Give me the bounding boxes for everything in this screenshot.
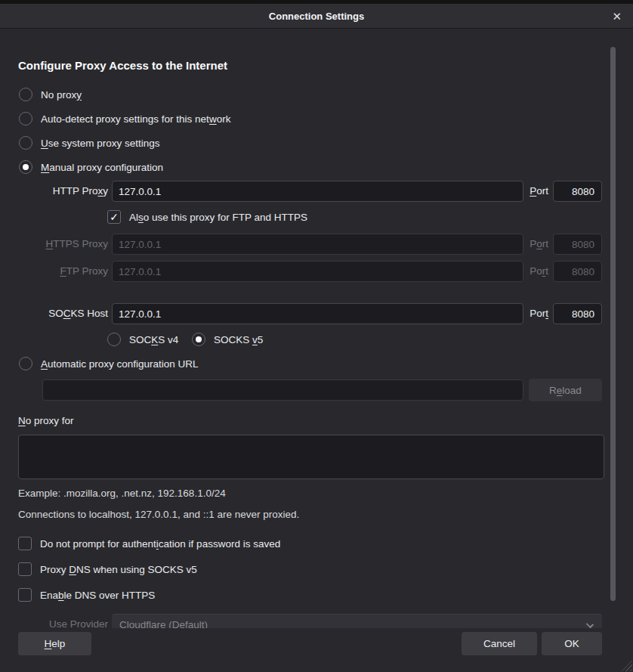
socks-port-label: Port	[499, 303, 548, 324]
also-use-proxy-checkbox[interactable]: ✓	[107, 210, 121, 224]
no-proxy-for-textarea[interactable]	[18, 435, 604, 479]
no-proxy-for-label: No proxy for	[18, 415, 74, 426]
page-title: Configure Proxy Access to the Internet	[18, 59, 227, 72]
ftp-proxy-input[interactable]	[112, 261, 523, 282]
no-proxy-example-text: Example: .mozilla.org, .net.nz, 192.168.…	[18, 488, 226, 499]
auto-detect-label: Auto-detect proxy settings for this netw…	[41, 113, 230, 125]
help-button[interactable]: Help	[18, 632, 91, 655]
chevron-down-icon	[586, 621, 594, 628]
http-port-label: Port	[499, 181, 548, 202]
provider-select[interactable]: Cloudflare (Default)	[112, 614, 602, 628]
no-proxy-radio[interactable]	[19, 88, 32, 101]
checkbox-row-no-prompt-auth[interactable]: ✓ Do not prompt for authentication if pa…	[18, 537, 280, 550]
window-title: Connection Settings	[269, 11, 364, 22]
auto-url-label: Automatic proxy configuration URL	[41, 358, 199, 370]
https-port-label: Port	[499, 234, 548, 255]
manual-proxy-radio[interactable]	[19, 160, 32, 174]
https-proxy-input[interactable]	[112, 234, 523, 255]
scrollbar-thumb[interactable]	[610, 47, 616, 601]
check-icon: ✓	[110, 211, 119, 223]
system-proxy-radio[interactable]	[19, 136, 32, 150]
ok-button[interactable]: OK	[542, 632, 602, 655]
radio-row-auto-detect[interactable]: Auto-detect proxy settings for this netw…	[19, 112, 230, 125]
http-port-input[interactable]	[553, 181, 602, 202]
socks-port-input[interactable]	[553, 303, 602, 324]
doh-checkbox[interactable]: ✓	[18, 588, 32, 602]
socks-v4-label: SOCKS v4	[129, 334, 178, 345]
radio-row-no-proxy[interactable]: No proxy	[19, 88, 82, 101]
system-proxy-label: Use system proxy settings	[41, 138, 160, 149]
http-proxy-label: HTTP Proxy	[18, 181, 108, 202]
https-proxy-label: HTTPS Proxy	[18, 234, 108, 255]
socks-host-input[interactable]	[112, 303, 523, 324]
socks-v5-radio[interactable]	[192, 333, 205, 346]
ftp-port-label: Port	[499, 261, 548, 282]
https-port-input[interactable]	[553, 234, 602, 255]
no-proxy-note-text: Connections to localhost, 127.0.0.1, and…	[18, 509, 299, 520]
cancel-button[interactable]: Cancel	[462, 632, 537, 655]
ftp-port-input[interactable]	[553, 261, 602, 282]
auto-url-input[interactable]	[42, 379, 523, 401]
no-prompt-auth-checkbox[interactable]: ✓	[18, 537, 32, 550]
proxy-dns-label: Proxy DNS when using SOCKS v5	[40, 564, 197, 575]
resize-grip[interactable]	[619, 658, 632, 671]
also-use-proxy-row[interactable]: ✓ Also use this proxy for FTP and HTTPS	[107, 210, 307, 224]
proxy-dns-checkbox[interactable]: ✓	[18, 562, 32, 576]
checkbox-row-proxy-dns[interactable]: ✓ Proxy DNS when using SOCKS v5	[18, 562, 197, 576]
http-proxy-input[interactable]	[112, 181, 523, 202]
reload-button[interactable]: Reload	[529, 379, 602, 401]
checkbox-row-doh[interactable]: ✓ Enable DNS over HTTPS	[18, 588, 155, 602]
socks-v5-label: SOCKS v5	[214, 334, 263, 345]
socks-v4-radio[interactable]	[107, 333, 121, 346]
ftp-proxy-label: FTP Proxy	[18, 261, 108, 282]
radio-row-system-proxy[interactable]: Use system proxy settings	[19, 136, 160, 150]
dialog-content: Configure Proxy Access to the Internet N…	[0, 29, 633, 628]
dialog-footer: Help Cancel OK	[0, 628, 633, 672]
doh-label: Enable DNS over HTTPS	[40, 590, 155, 601]
also-use-proxy-label: Also use this proxy for FTP and HTTPS	[129, 212, 307, 223]
manual-proxy-label: Manual proxy configuration	[41, 162, 163, 173]
radio-row-auto-url[interactable]: Automatic proxy configuration URL	[19, 357, 199, 370]
auto-url-radio[interactable]	[19, 357, 32, 370]
provider-select-value: Cloudflare (Default)	[119, 619, 208, 628]
titlebar: Connection Settings ✕	[0, 4, 633, 29]
close-icon[interactable]: ✕	[609, 9, 625, 23]
use-provider-label: Use Provider	[18, 614, 108, 628]
auto-detect-radio[interactable]	[19, 112, 32, 125]
radio-row-socks-v5[interactable]: SOCKS v5	[192, 333, 263, 346]
radio-row-manual-proxy[interactable]: Manual proxy configuration	[19, 160, 163, 174]
socks-host-label: SOCKS Host	[18, 303, 108, 324]
no-prompt-auth-label: Do not prompt for authentication if pass…	[40, 538, 280, 550]
no-proxy-label: No proxy	[41, 89, 82, 101]
radio-row-socks-v4[interactable]: SOCKS v4	[107, 333, 178, 346]
